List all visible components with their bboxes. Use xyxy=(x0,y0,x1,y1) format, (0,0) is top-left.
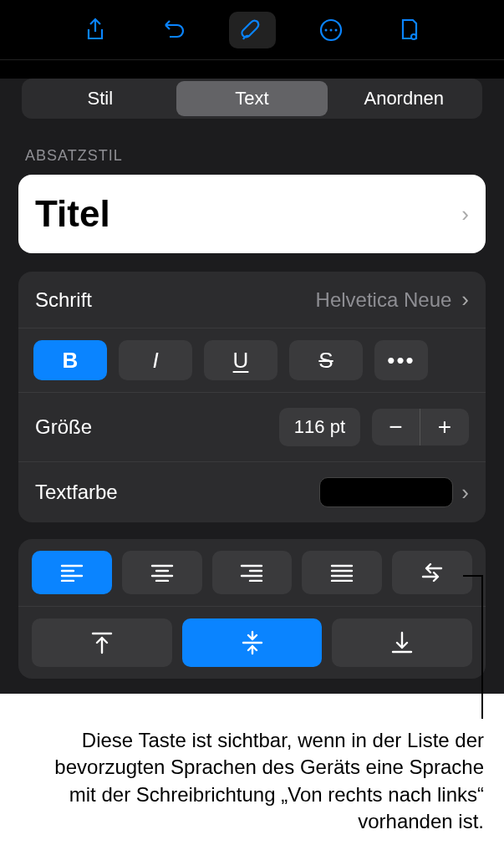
text-color-label: Textfarbe xyxy=(35,481,319,504)
align-right-button[interactable] xyxy=(212,551,293,594)
font-row[interactable]: Schrift Helvetica Neue › xyxy=(18,272,486,328)
font-value: Helvetica Neue xyxy=(316,288,452,312)
size-decrease-button[interactable]: − xyxy=(372,409,420,445)
align-left-button[interactable] xyxy=(32,551,112,594)
chevron-right-icon: › xyxy=(461,480,469,506)
align-center-button[interactable] xyxy=(122,551,202,594)
chevron-right-icon: › xyxy=(461,287,469,313)
valign-middle-button[interactable] xyxy=(182,618,323,667)
callout-leader xyxy=(463,575,481,577)
svg-point-2 xyxy=(329,28,332,31)
align-justify-button[interactable] xyxy=(302,551,382,594)
undo-button[interactable] xyxy=(150,12,197,48)
font-card: Schrift Helvetica Neue › B I U S ••• Grö… xyxy=(18,272,486,522)
size-label: Größe xyxy=(35,415,279,439)
text-color-row[interactable]: Textfarbe › xyxy=(18,462,486,522)
callout-caption: Diese Taste ist sichtbar, wenn in der Li… xyxy=(38,727,484,836)
font-more-button[interactable]: ••• xyxy=(374,340,428,380)
svg-point-3 xyxy=(334,28,337,31)
horizontal-align-row xyxy=(18,539,486,607)
vertical-align-row xyxy=(18,607,486,679)
callout-leader xyxy=(481,575,483,719)
font-label: Schrift xyxy=(35,288,316,312)
size-row: Größe 116 pt − + xyxy=(18,393,486,462)
text-color-swatch[interactable] xyxy=(319,477,453,507)
svg-point-1 xyxy=(324,28,327,31)
share-button[interactable] xyxy=(72,12,119,48)
format-tabs: Stil Text Anordnen xyxy=(22,79,482,119)
document-view-button[interactable] xyxy=(386,12,433,48)
svg-point-5 xyxy=(412,35,415,38)
top-toolbar xyxy=(0,0,504,60)
valign-top-button[interactable] xyxy=(32,618,172,667)
format-brush-button[interactable] xyxy=(229,12,276,48)
valign-bottom-button[interactable] xyxy=(332,618,472,667)
size-increase-button[interactable]: + xyxy=(420,409,469,445)
alignment-card xyxy=(18,539,486,679)
paragraph-style-label: ABSATZSTIL xyxy=(25,147,479,165)
tab-style[interactable]: Stil xyxy=(24,81,176,116)
font-style-buttons: B I U S ••• xyxy=(18,328,486,393)
chevron-right-icon: › xyxy=(461,201,469,227)
italic-button[interactable]: I xyxy=(119,340,192,380)
text-direction-button[interactable] xyxy=(392,551,472,594)
size-value[interactable]: 116 pt xyxy=(279,408,360,446)
paragraph-style-picker[interactable]: Titel › xyxy=(18,175,486,253)
tab-text[interactable]: Text xyxy=(176,81,328,116)
tab-arrange[interactable]: Anordnen xyxy=(328,81,480,116)
bold-button[interactable]: B xyxy=(33,340,107,380)
paragraph-style-value: Titel xyxy=(35,193,110,235)
more-button[interactable] xyxy=(308,12,354,48)
strikethrough-button[interactable]: S xyxy=(289,340,363,380)
size-stepper: − + xyxy=(372,409,469,445)
underline-button[interactable]: U xyxy=(204,340,277,380)
